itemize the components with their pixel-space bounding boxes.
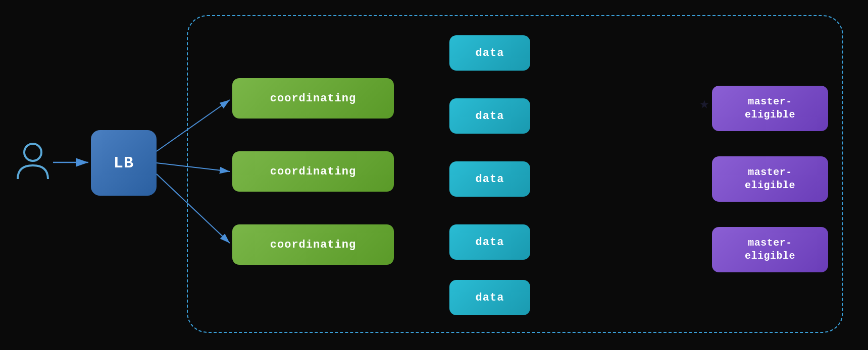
master-label-3: master-eligible (745, 237, 795, 263)
data-label-1: data (476, 47, 504, 60)
user-icon (15, 141, 50, 182)
coordinating-label-3: coordinating (270, 239, 356, 251)
data-label-4: data (476, 236, 504, 249)
diagram: LB coordinating coordinating coordinatin… (0, 0, 868, 350)
master-eligible-node-3: master-eligible (712, 227, 828, 272)
master-eligible-node-1: master-eligible (712, 86, 828, 131)
coordinating-label-2: coordinating (270, 165, 356, 178)
coordinating-node-3: coordinating (232, 224, 394, 265)
data-node-4: data (449, 224, 530, 260)
data-node-1: data (449, 35, 530, 71)
data-node-2: data (449, 98, 530, 134)
lb-node: LB (91, 130, 157, 196)
master-label-1: master-eligible (745, 95, 795, 122)
data-node-3: data (449, 161, 530, 197)
coordinating-label-1: coordinating (270, 92, 356, 105)
svg-point-5 (24, 144, 41, 161)
data-label-3: data (476, 173, 504, 186)
data-label-5: data (476, 291, 504, 304)
coordinating-node-2: coordinating (232, 151, 394, 192)
master-star-icon: ★ (694, 93, 714, 113)
data-label-2: data (476, 110, 504, 123)
master-label-2: master-eligible (745, 166, 795, 192)
data-node-5: data (449, 280, 530, 315)
lb-label: LB (114, 154, 134, 172)
coordinating-node-1: coordinating (232, 78, 394, 119)
master-eligible-node-2: master-eligible (712, 156, 828, 202)
